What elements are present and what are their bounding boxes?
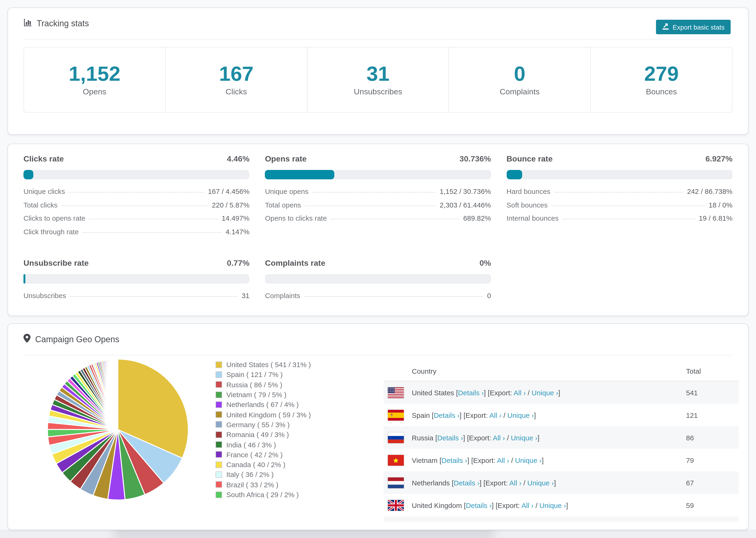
row-value: 220 / 5.87% — [212, 201, 249, 209]
tracking-stats-header: Tracking stats Export basic stats — [8, 8, 748, 39]
country-flag — [384, 432, 407, 443]
legend-swatch — [216, 421, 222, 428]
legend-item-italy[interactable]: Italy ( 36 / 2% ) — [216, 470, 311, 480]
legend-item-india[interactable]: India ( 46 / 3% ) — [216, 440, 311, 450]
details-link[interactable]: Details › — [466, 501, 492, 509]
legend-item-united-states[interactable]: United States ( 541 / 31% ) — [216, 360, 311, 370]
legend-label: France ( 42 / 2% ) — [226, 451, 283, 459]
geo-opens-pie-chart[interactable] — [43, 354, 193, 505]
export-unique-link[interactable]: Unique › — [507, 411, 534, 419]
clicks-rate-bar-fill — [24, 170, 33, 179]
legend-item-netherlands[interactable]: Netherlands ( 67 / 4% ) — [216, 400, 311, 409]
slash: / — [526, 389, 531, 397]
export-prefix: Export: — [498, 501, 521, 509]
export-prefix: Export: — [469, 434, 493, 442]
row-value: 4.147% — [226, 228, 249, 236]
header-divider — [24, 39, 732, 39]
legend-label: India ( 46 / 3% ) — [226, 441, 276, 449]
bounce-rate-bar — [507, 170, 732, 179]
complaints-rate-block: Complaints rate 0% Complaints0 — [265, 259, 491, 305]
geo-table-header: Country Total — [384, 361, 739, 381]
export-prefix: Export: — [490, 389, 514, 397]
legend-item-vietnam[interactable]: Vietnam ( 79 / 5% ) — [216, 390, 311, 400]
bracket: ] — [459, 411, 461, 419]
opens-rate-bar — [265, 170, 491, 179]
legend-swatch — [216, 491, 222, 498]
export-unique-link[interactable]: Unique › — [527, 479, 554, 487]
bracket: ] — [467, 456, 469, 464]
export-all-link[interactable]: All › — [514, 389, 526, 397]
export-all-link[interactable]: All › — [521, 501, 534, 509]
country-cell: Netherlands [Details ›] [Export: All › /… — [407, 479, 686, 487]
details-link[interactable]: Details › — [454, 479, 479, 487]
details-link[interactable]: Details › — [458, 389, 484, 397]
stat-row: Soft bounces18 / 0% — [507, 201, 732, 214]
export-unique-link[interactable]: Unique › — [515, 456, 542, 464]
dotted-leader — [305, 205, 436, 206]
pie-legend: United States ( 541 / 31% ) Spain ( 121 … — [216, 360, 311, 500]
row-value: 167 / 4.456% — [208, 187, 249, 195]
bracket: ] — [537, 434, 539, 442]
export-all-link[interactable]: All › — [489, 411, 502, 419]
bar-chart-icon — [24, 18, 32, 29]
export-all-link[interactable]: All › — [509, 479, 521, 487]
details-link[interactable]: Details › — [434, 411, 459, 419]
clicks-rate-title: Clicks rate — [24, 154, 64, 164]
legend-item-south-africa[interactable]: South Africa ( 29 / 2% ) — [216, 490, 311, 500]
complaints-label: Complaints — [500, 87, 540, 96]
row-label: Total opens — [265, 201, 301, 209]
export-unique-link[interactable]: Unique › — [540, 501, 566, 509]
stat-clicks: 167 Clicks — [165, 47, 307, 112]
legend-item-canada[interactable]: Canada ( 40 / 2% ) — [216, 459, 311, 470]
country-cell: United States [Details ›] [Export: All ›… — [407, 389, 686, 397]
details-link[interactable]: Details › — [441, 456, 467, 464]
stat-row: Total clicks220 / 5.87% — [24, 201, 249, 214]
unsubscribe-rate-title: Unsubscribe rate — [24, 259, 89, 268]
export-prefix: Export: — [473, 456, 497, 464]
row-label: Unique opens — [265, 187, 308, 195]
stat-row: Clicks to opens rate14.497% — [24, 214, 249, 228]
geo-header: Campaign Geo Opens — [8, 324, 748, 355]
legend-item-spain[interactable]: Spain ( 121 / 7% ) — [216, 370, 311, 380]
stat-row: Click through rate4.147% — [24, 228, 249, 241]
stat-row: Complaints0 — [265, 292, 491, 305]
row-value: 18 / 0% — [709, 201, 732, 209]
export-unique-link[interactable]: Unique › — [511, 434, 537, 442]
country-name: United Kingdom — [412, 501, 462, 509]
dotted-leader — [554, 192, 683, 192]
slash: / — [521, 479, 527, 487]
clicks-rate-bar — [24, 170, 249, 179]
stat-row: Unique opens1,152 / 30.736% — [265, 187, 491, 201]
row-label: Soft bounces — [507, 201, 548, 209]
row-value: 14.497% — [222, 214, 249, 222]
table-row: Vietnam [Details ›] [Export: All › / Uni… — [384, 449, 739, 471]
stat-complaints: 0 Complaints — [449, 47, 590, 112]
opens-label: Opens — [83, 87, 106, 96]
stat-opens: 1,152 Opens — [24, 47, 165, 112]
dotted-leader — [312, 192, 436, 192]
legend-item-brazil[interactable]: Brazil ( 33 / 2% ) — [216, 480, 311, 490]
table-row — [384, 516, 739, 521]
details-link[interactable]: Details › — [437, 434, 463, 442]
unsubscribes-label: Unsubscribes — [354, 87, 402, 96]
slash: / — [502, 411, 507, 419]
opens-rate-block: Opens rate 30.736% Unique opens1,152 / 3… — [265, 154, 491, 241]
pie-slice[interactable] — [117, 359, 118, 430]
bracket: ] — [558, 389, 560, 397]
legend-item-united-kingdom[interactable]: United Kingdom ( 59 / 3% ) — [216, 409, 311, 420]
bracket: [ — [471, 456, 473, 464]
legend-label: Vietnam ( 79 / 5% ) — [226, 391, 287, 399]
export-all-link[interactable]: All › — [493, 434, 505, 442]
legend-item-russia[interactable]: Russia ( 86 / 5% ) — [216, 380, 311, 390]
legend-label: Italy ( 36 / 2% ) — [226, 471, 274, 479]
legend-item-romania[interactable]: Romania ( 49 / 3% ) — [216, 430, 311, 440]
export-all-link[interactable]: All › — [497, 456, 509, 464]
legend-item-germany[interactable]: Germany ( 55 / 3% ) — [216, 420, 311, 430]
table-row: United States [Details ›] [Export: All ›… — [384, 381, 739, 404]
legend-item-france[interactable]: France ( 42 / 2% ) — [216, 450, 311, 459]
legend-swatch — [216, 391, 222, 398]
total-cell: 67 — [686, 479, 739, 487]
export-unique-link[interactable]: Unique › — [531, 389, 558, 397]
export-basic-stats-button[interactable]: Export basic stats — [656, 20, 730, 34]
clicks-count: 167 — [219, 63, 253, 84]
